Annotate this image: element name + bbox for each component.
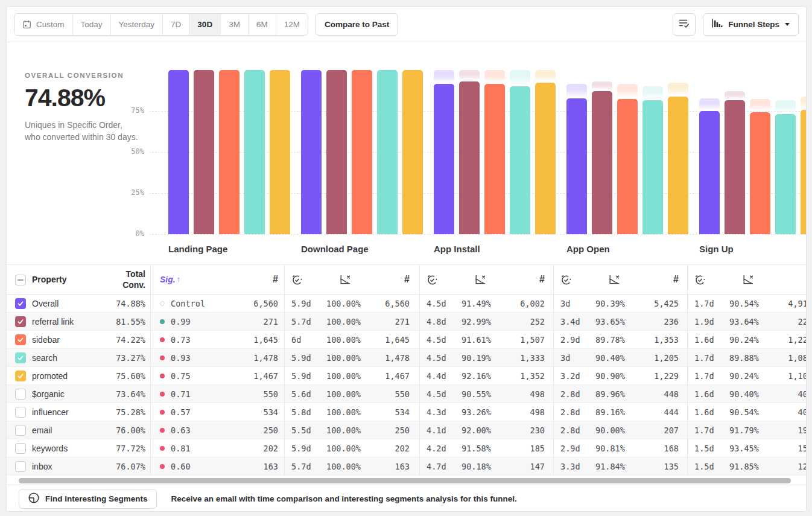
date-range-6m[interactable]: 6M [249, 14, 276, 35]
table-row[interactable]: promoted75.60%0.751,4675.9d100.00%1,4674… [7, 367, 806, 385]
funnel-bar[interactable] [535, 83, 556, 234]
compare-to-past-button[interactable]: Compare to Past [316, 13, 398, 36]
table-row[interactable]: Overall74.88%Control6,5605.9d100.00%6,56… [7, 295, 806, 313]
select-all-checkbox[interactable] [15, 275, 26, 285]
row-checkbox[interactable] [15, 425, 26, 436]
count-value: 124 [798, 462, 807, 471]
sig-column-header[interactable]: Sig.↑ [160, 265, 220, 294]
step-time-cell: 5.7d [291, 457, 325, 475]
horizontal-scrollbar[interactable] [19, 478, 795, 483]
funnel-bar[interactable] [725, 100, 745, 234]
table-row[interactable]: referral link81.55%0.992715.7d100.00%271… [7, 313, 806, 331]
row-checkbox[interactable] [15, 316, 26, 327]
funnel-bar[interactable] [459, 81, 480, 234]
table-row[interactable]: $organic73.64%0.715505.6d100.00%5504.5d9… [7, 385, 806, 403]
funnel-bar[interactable] [168, 70, 189, 234]
step-count-cell: 157 [746, 439, 807, 457]
sig-value: 0.93 [171, 353, 191, 363]
step-time-cell: 1.7d [694, 367, 728, 384]
time-to-convert-column-header [560, 265, 585, 294]
list-check-icon [679, 19, 690, 30]
date-range-label: 3M [229, 20, 240, 29]
step-time-cell: 4.8d [427, 313, 460, 330]
date-range-label: 6M [256, 20, 268, 29]
time-to-convert-value: 4.5d [427, 389, 446, 399]
date-range-30d[interactable]: 30D [189, 14, 221, 35]
step-time-cell: 5.5d [291, 421, 325, 439]
count-value: 250 [264, 425, 278, 435]
row-checkbox[interactable] [15, 407, 26, 418]
property-label: inbox [32, 462, 52, 471]
date-range-today[interactable]: Today [73, 14, 111, 35]
table-row[interactable]: email76.00%0.632505.5d100.00%2504.1d92.0… [7, 421, 806, 439]
time-to-convert-value: 5.5d [291, 425, 311, 435]
step-time-cell: 5.9d [291, 367, 325, 384]
step-count-cell: 6,560 [343, 295, 410, 312]
funnel-bar-dropoff-ghost [484, 70, 505, 84]
step-time-cell: 4.5d [427, 349, 460, 366]
funnel-bar[interactable] [750, 112, 770, 234]
date-range-yesterday[interactable]: Yesterday [111, 14, 163, 35]
row-checkbox[interactable] [15, 352, 26, 363]
funnel-bar[interactable] [510, 86, 530, 234]
horizontal-scrollbar-thumb[interactable] [19, 478, 791, 483]
funnel-steps-dropdown[interactable]: Funnel Steps [703, 13, 799, 36]
funnel-bar[interactable] [194, 70, 214, 234]
funnel-bar[interactable] [668, 97, 688, 234]
total-conv-value: 74.22% [116, 335, 145, 345]
step-count-cell: 1,478 [343, 349, 410, 366]
funnel-bar[interactable] [377, 70, 398, 234]
table-row[interactable]: sidebar74.22%0.731,6456d100.00%1,6454.5d… [7, 331, 806, 349]
row-checkbox[interactable] [15, 443, 26, 454]
funnel-bar[interactable] [801, 110, 807, 234]
funnel-bar[interactable] [642, 100, 663, 234]
funnel-bar[interactable] [775, 114, 796, 234]
property-label: promoted [32, 371, 68, 381]
funnel-bar[interactable] [566, 98, 587, 234]
count-value: 534 [395, 407, 410, 417]
step-count-cell: 534 [343, 403, 410, 421]
table-row[interactable]: inbox76.07%0.601635.7d100.00%1634.7d90.1… [7, 457, 806, 476]
step-count-cell: 4,912 [746, 295, 807, 312]
table-row[interactable]: search73.27%0.931,4785.9d100.00%1,4784.5… [7, 349, 806, 367]
funnel-bar[interactable] [617, 99, 638, 234]
total-conv-value: 75.60% [116, 371, 145, 381]
row-checkbox[interactable] [15, 334, 26, 345]
funnel-bar[interactable] [434, 84, 454, 234]
gridline-0 [149, 234, 806, 235]
row-checkbox[interactable] [15, 298, 26, 309]
time-to-convert-value: 1.9d [694, 317, 714, 326]
date-range-7d[interactable]: 7D [163, 14, 189, 35]
y-axis-tick-label: 50% [119, 147, 144, 156]
funnel-bar-dropoff-ghost [592, 81, 612, 91]
funnel-bar[interactable] [270, 70, 290, 234]
funnel-bar[interactable] [699, 111, 720, 234]
funnel-bar[interactable] [219, 70, 239, 234]
date-range-custom[interactable]: Custom [14, 14, 73, 35]
total-conv-cell: 76.07% [79, 457, 145, 475]
column-divider [284, 264, 285, 476]
funnel-bar[interactable] [326, 70, 347, 234]
step-count-cell: 230 [478, 421, 545, 439]
funnel-bar[interactable] [301, 70, 322, 234]
table-row[interactable]: keywords77.72%0.812025.9d100.00%2024.2d9… [7, 439, 806, 457]
funnel-bar[interactable] [484, 84, 505, 234]
funnel-bar[interactable] [244, 70, 265, 234]
time-to-convert-value: 1.5d [694, 444, 714, 453]
row-checkbox[interactable] [15, 371, 26, 381]
chart-options-button[interactable] [673, 13, 696, 36]
step-time-cell: 5.9d [291, 295, 325, 312]
row-checkbox[interactable] [15, 389, 26, 400]
count-column-header: # [746, 265, 807, 294]
count-value: 1,352 [520, 371, 545, 381]
date-range-3m[interactable]: 3M [221, 14, 249, 35]
count-value: 202 [264, 444, 278, 453]
funnel-bar[interactable] [352, 70, 372, 234]
table-row[interactable]: influencer75.28%0.575345.8d100.00%5344.3… [7, 403, 806, 421]
row-checkbox[interactable] [15, 461, 26, 472]
find-interesting-segments-button[interactable]: Find Interesting Segments [19, 489, 157, 509]
funnel-bar[interactable] [402, 70, 423, 234]
step-count-cell: 1,353 [612, 331, 679, 348]
date-range-12m[interactable]: 12M [276, 14, 308, 35]
funnel-bar[interactable] [592, 91, 612, 234]
